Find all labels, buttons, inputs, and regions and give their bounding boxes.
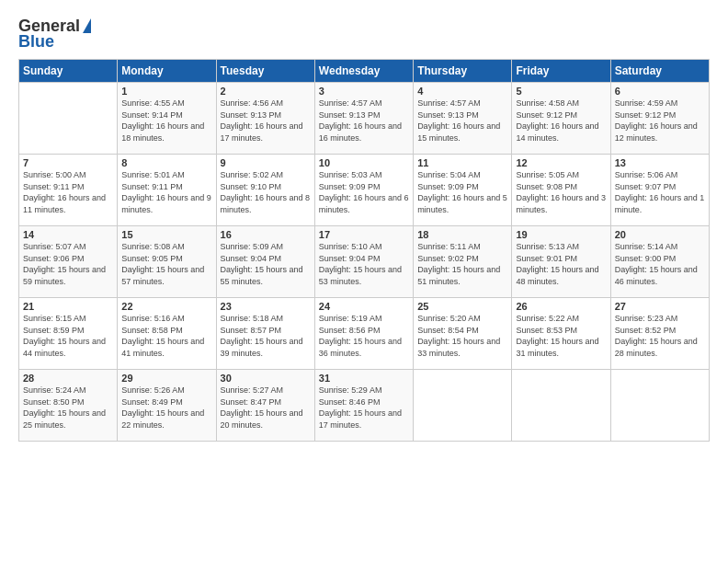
calendar-cell: 8Sunrise: 5:01 AMSunset: 9:11 PMDaylight… bbox=[118, 155, 216, 226]
header: General Blue bbox=[18, 17, 710, 52]
day-info: Sunrise: 5:03 AMSunset: 9:09 PMDaylight:… bbox=[319, 169, 409, 215]
calendar-header-row: SundayMondayTuesdayWednesdayThursdayFrid… bbox=[19, 60, 710, 83]
day-number: 2 bbox=[221, 86, 311, 97]
calendar-body: 1Sunrise: 4:55 AMSunset: 9:14 PMDaylight… bbox=[19, 83, 710, 442]
day-number: 27 bbox=[615, 301, 705, 312]
day-info: Sunrise: 5:09 AMSunset: 9:04 PMDaylight:… bbox=[221, 241, 311, 287]
day-number: 28 bbox=[23, 373, 113, 384]
day-number: 23 bbox=[221, 301, 311, 312]
day-info: Sunrise: 5:05 AMSunset: 9:08 PMDaylight:… bbox=[516, 169, 606, 215]
day-info: Sunrise: 4:55 AMSunset: 9:14 PMDaylight:… bbox=[121, 98, 211, 144]
calendar-cell: 2Sunrise: 4:56 AMSunset: 9:13 PMDaylight… bbox=[216, 83, 314, 155]
week-row-5: 28Sunrise: 5:24 AMSunset: 8:50 PMDayligh… bbox=[19, 370, 710, 442]
day-info: Sunrise: 5:26 AMSunset: 8:49 PMDaylight:… bbox=[121, 385, 211, 431]
day-number: 12 bbox=[516, 157, 606, 168]
day-info: Sunrise: 4:57 AMSunset: 9:13 PMDaylight:… bbox=[417, 98, 507, 144]
calendar-cell: 9Sunrise: 5:02 AMSunset: 9:10 PMDaylight… bbox=[216, 155, 314, 226]
calendar-cell bbox=[19, 83, 118, 155]
calendar-cell: 26Sunrise: 5:22 AMSunset: 8:53 PMDayligh… bbox=[512, 298, 610, 370]
calendar-cell: 12Sunrise: 5:05 AMSunset: 9:08 PMDayligh… bbox=[512, 155, 610, 226]
day-info: Sunrise: 4:58 AMSunset: 9:12 PMDaylight:… bbox=[516, 98, 606, 144]
day-number: 18 bbox=[417, 229, 507, 240]
calendar-cell: 4Sunrise: 4:57 AMSunset: 9:13 PMDaylight… bbox=[414, 83, 512, 155]
calendar-cell bbox=[414, 370, 512, 442]
day-number: 19 bbox=[516, 229, 606, 240]
day-header-monday: Monday bbox=[118, 60, 216, 83]
calendar-cell: 15Sunrise: 5:08 AMSunset: 9:05 PMDayligh… bbox=[118, 226, 216, 298]
calendar-cell: 24Sunrise: 5:19 AMSunset: 8:56 PMDayligh… bbox=[314, 298, 413, 370]
calendar-cell: 14Sunrise: 5:07 AMSunset: 9:06 PMDayligh… bbox=[19, 226, 118, 298]
day-header-wednesday: Wednesday bbox=[314, 60, 413, 83]
week-row-2: 7Sunrise: 5:00 AMSunset: 9:11 PMDaylight… bbox=[19, 155, 710, 226]
calendar-cell: 3Sunrise: 4:57 AMSunset: 9:13 PMDaylight… bbox=[314, 83, 413, 155]
calendar-cell: 30Sunrise: 5:27 AMSunset: 8:47 PMDayligh… bbox=[216, 370, 314, 442]
calendar-cell: 13Sunrise: 5:06 AMSunset: 9:07 PMDayligh… bbox=[610, 155, 709, 226]
day-number: 11 bbox=[417, 157, 507, 168]
week-row-4: 21Sunrise: 5:15 AMSunset: 8:59 PMDayligh… bbox=[19, 298, 710, 370]
day-number: 15 bbox=[121, 229, 211, 240]
calendar-cell: 18Sunrise: 5:11 AMSunset: 9:02 PMDayligh… bbox=[414, 226, 512, 298]
day-number: 13 bbox=[615, 157, 705, 168]
day-info: Sunrise: 5:18 AMSunset: 8:57 PMDaylight:… bbox=[221, 313, 311, 359]
calendar-cell: 6Sunrise: 4:59 AMSunset: 9:12 PMDaylight… bbox=[610, 83, 709, 155]
calendar-cell: 10Sunrise: 5:03 AMSunset: 9:09 PMDayligh… bbox=[314, 155, 413, 226]
day-info: Sunrise: 4:57 AMSunset: 9:13 PMDaylight:… bbox=[319, 98, 409, 144]
logo-triangle-icon bbox=[83, 18, 91, 33]
calendar-cell: 19Sunrise: 5:13 AMSunset: 9:01 PMDayligh… bbox=[512, 226, 610, 298]
day-info: Sunrise: 5:16 AMSunset: 8:58 PMDaylight:… bbox=[121, 313, 211, 359]
day-number: 17 bbox=[319, 229, 409, 240]
day-header-friday: Friday bbox=[512, 60, 610, 83]
week-row-3: 14Sunrise: 5:07 AMSunset: 9:06 PMDayligh… bbox=[19, 226, 710, 298]
day-info: Sunrise: 5:24 AMSunset: 8:50 PMDaylight:… bbox=[23, 385, 113, 431]
day-info: Sunrise: 4:56 AMSunset: 9:13 PMDaylight:… bbox=[221, 98, 311, 144]
day-number: 30 bbox=[221, 373, 311, 384]
day-number: 14 bbox=[23, 229, 113, 240]
day-number: 16 bbox=[221, 229, 311, 240]
day-number: 5 bbox=[516, 86, 606, 97]
calendar-cell: 5Sunrise: 4:58 AMSunset: 9:12 PMDaylight… bbox=[512, 83, 610, 155]
day-header-thursday: Thursday bbox=[414, 60, 512, 83]
day-info: Sunrise: 5:13 AMSunset: 9:01 PMDaylight:… bbox=[516, 241, 606, 287]
day-info: Sunrise: 4:59 AMSunset: 9:12 PMDaylight:… bbox=[615, 98, 705, 144]
day-info: Sunrise: 5:07 AMSunset: 9:06 PMDaylight:… bbox=[23, 241, 113, 287]
day-number: 1 bbox=[121, 86, 211, 97]
calendar-cell: 31Sunrise: 5:29 AMSunset: 8:46 PMDayligh… bbox=[314, 370, 413, 442]
calendar-cell: 25Sunrise: 5:20 AMSunset: 8:54 PMDayligh… bbox=[414, 298, 512, 370]
day-number: 7 bbox=[23, 157, 113, 168]
day-info: Sunrise: 5:14 AMSunset: 9:00 PMDaylight:… bbox=[615, 241, 705, 287]
day-info: Sunrise: 5:20 AMSunset: 8:54 PMDaylight:… bbox=[417, 313, 507, 359]
day-info: Sunrise: 5:08 AMSunset: 9:05 PMDaylight:… bbox=[121, 241, 211, 287]
day-info: Sunrise: 5:15 AMSunset: 8:59 PMDaylight:… bbox=[23, 313, 113, 359]
day-number: 6 bbox=[615, 86, 705, 97]
calendar-cell: 23Sunrise: 5:18 AMSunset: 8:57 PMDayligh… bbox=[216, 298, 314, 370]
calendar-cell: 16Sunrise: 5:09 AMSunset: 9:04 PMDayligh… bbox=[216, 226, 314, 298]
logo-blue: Blue bbox=[18, 32, 54, 52]
calendar-cell: 22Sunrise: 5:16 AMSunset: 8:58 PMDayligh… bbox=[118, 298, 216, 370]
calendar-cell: 20Sunrise: 5:14 AMSunset: 9:00 PMDayligh… bbox=[610, 226, 709, 298]
day-info: Sunrise: 5:06 AMSunset: 9:07 PMDaylight:… bbox=[615, 169, 705, 215]
day-header-saturday: Saturday bbox=[610, 60, 709, 83]
day-number: 3 bbox=[319, 86, 409, 97]
day-info: Sunrise: 5:04 AMSunset: 9:09 PMDaylight:… bbox=[417, 169, 507, 215]
day-number: 20 bbox=[615, 229, 705, 240]
day-info: Sunrise: 5:22 AMSunset: 8:53 PMDaylight:… bbox=[516, 313, 606, 359]
day-info: Sunrise: 5:10 AMSunset: 9:04 PMDaylight:… bbox=[319, 241, 409, 287]
calendar-cell: 17Sunrise: 5:10 AMSunset: 9:04 PMDayligh… bbox=[314, 226, 413, 298]
day-number: 4 bbox=[417, 86, 507, 97]
day-info: Sunrise: 5:29 AMSunset: 8:46 PMDaylight:… bbox=[319, 385, 409, 431]
day-info: Sunrise: 5:23 AMSunset: 8:52 PMDaylight:… bbox=[615, 313, 705, 359]
day-number: 26 bbox=[516, 301, 606, 312]
calendar-cell: 21Sunrise: 5:15 AMSunset: 8:59 PMDayligh… bbox=[19, 298, 118, 370]
calendar-cell: 11Sunrise: 5:04 AMSunset: 9:09 PMDayligh… bbox=[414, 155, 512, 226]
day-number: 21 bbox=[23, 301, 113, 312]
day-number: 8 bbox=[121, 157, 211, 168]
day-number: 25 bbox=[417, 301, 507, 312]
day-header-sunday: Sunday bbox=[19, 60, 118, 83]
day-info: Sunrise: 5:11 AMSunset: 9:02 PMDaylight:… bbox=[417, 241, 507, 287]
day-info: Sunrise: 5:00 AMSunset: 9:11 PMDaylight:… bbox=[23, 169, 113, 215]
day-number: 10 bbox=[319, 157, 409, 168]
calendar-table: SundayMondayTuesdayWednesdayThursdayFrid… bbox=[18, 59, 710, 442]
day-info: Sunrise: 5:19 AMSunset: 8:56 PMDaylight:… bbox=[319, 313, 409, 359]
calendar-cell: 1Sunrise: 4:55 AMSunset: 9:14 PMDaylight… bbox=[118, 83, 216, 155]
day-number: 22 bbox=[121, 301, 211, 312]
